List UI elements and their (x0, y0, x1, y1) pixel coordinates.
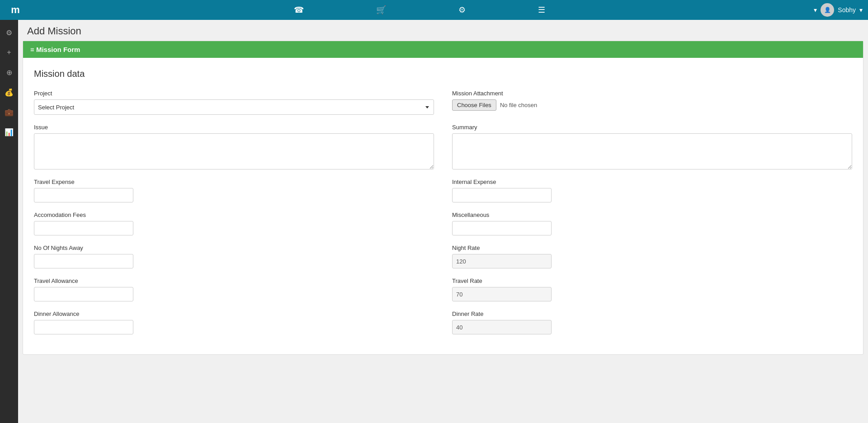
travel-rate-input (452, 287, 552, 301)
project-group: Project Select Project (34, 90, 434, 115)
dinner-allowance-group: Dinner Allowance (34, 310, 434, 334)
form-header-title: ≡ Mission Form (30, 46, 80, 53)
user-name: Sobhy (838, 6, 856, 14)
travel-expense-label: Travel Expense (34, 179, 434, 185)
miscellaneous-group: Miscellaneous (452, 212, 852, 235)
dinner-allowance-input[interactable] (34, 320, 133, 334)
row-travel-internal: Travel Expense Internal Expense (34, 179, 852, 202)
no-of-nights-input[interactable] (34, 254, 133, 268)
app-logo[interactable]: m (5, 4, 25, 16)
form-card-body: Mission data Project Select Project Miss… (23, 58, 863, 354)
sidebar-item-add[interactable]: + (1, 44, 17, 61)
settings-icon[interactable]: ⚙ (458, 5, 466, 15)
accomodation-fees-label: Accomodation Fees (34, 212, 434, 218)
avatar: 👤 (821, 3, 834, 17)
miscellaneous-input[interactable] (452, 221, 552, 235)
internal-expense-group: Internal Expense (452, 179, 852, 202)
dinner-rate-label: Dinner Rate (452, 310, 852, 317)
document-icon[interactable]: ☰ (538, 5, 545, 15)
accomodation-fees-input[interactable] (34, 221, 133, 235)
row-dinner-allowance-rate: Dinner Allowance Dinner Rate (34, 310, 852, 334)
row-nights-nightrate: No Of Nights Away Night Rate (34, 244, 852, 268)
dinner-allowance-label: Dinner Allowance (34, 310, 434, 317)
dinner-rate-input (452, 320, 552, 334)
section-title: Mission data (34, 69, 852, 79)
travel-allowance-input[interactable] (34, 287, 133, 301)
phone-icon[interactable]: ☎ (294, 5, 304, 15)
sidebar-item-money[interactable]: 💰 (1, 84, 17, 100)
nav-icon-group: ☎ 🛒 ⚙ ☰ (25, 5, 814, 15)
page-title: Add Mission (18, 20, 868, 41)
no-file-text: No file chosen (500, 102, 537, 108)
internal-expense-label: Internal Expense (452, 179, 852, 185)
file-input-wrapper: Choose Files No file chosen (452, 99, 852, 111)
travel-expense-group: Travel Expense (34, 179, 434, 202)
user-dropdown-arrow: ▾ (859, 6, 863, 14)
project-select[interactable]: Select Project (34, 99, 434, 115)
travel-allowance-label: Travel Allowance (34, 277, 434, 284)
travel-rate-label: Travel Rate (452, 277, 852, 284)
choose-files-button[interactable]: Choose Files (452, 99, 496, 111)
accomodation-fees-group: Accomodation Fees (34, 212, 434, 235)
summary-label: Summary (452, 124, 852, 131)
main-scroll-area: Add Mission ≡ Mission Form Mission data … (0, 0, 868, 403)
summary-textarea[interactable] (452, 133, 852, 169)
dinner-rate-group: Dinner Rate (452, 310, 852, 334)
issue-group: Issue (34, 124, 434, 169)
night-rate-label: Night Rate (452, 244, 852, 251)
issue-label: Issue (34, 124, 434, 131)
sidebar: ⚙ + ⊕ 💰 💼 📊 (0, 20, 18, 403)
travel-allowance-group: Travel Allowance (34, 277, 434, 301)
main-content: Add Mission ≡ Mission Form Mission data … (18, 20, 868, 355)
form-card-header: ≡ Mission Form (23, 41, 863, 58)
no-of-nights-group: No Of Nights Away (34, 244, 434, 268)
miscellaneous-label: Miscellaneous (452, 212, 852, 218)
top-navigation: m ☎ 🛒 ⚙ ☰ ▾ 👤 Sobhy ▾ (0, 0, 868, 20)
row-project-attachment: Project Select Project Mission Attachmen… (34, 90, 852, 115)
issue-textarea[interactable] (34, 133, 434, 169)
sidebar-item-settings[interactable]: ⚙ (1, 24, 17, 41)
travel-rate-group: Travel Rate (452, 277, 852, 301)
sidebar-item-circle-add[interactable]: ⊕ (1, 64, 17, 80)
row-travel-allowance-rate: Travel Allowance Travel Rate (34, 277, 852, 301)
night-rate-input (452, 254, 552, 268)
cart-icon[interactable]: 🛒 (376, 5, 386, 15)
travel-expense-input[interactable] (34, 188, 133, 202)
internal-expense-input[interactable] (452, 188, 552, 202)
attachment-label: Mission Attachment (452, 90, 852, 97)
project-label: Project (34, 90, 434, 97)
sidebar-item-briefcase[interactable]: 💼 (1, 104, 17, 120)
sidebar-item-chart[interactable]: 📊 (1, 124, 17, 140)
no-of-nights-label: No Of Nights Away (34, 244, 434, 251)
night-rate-group: Night Rate (452, 244, 852, 268)
mission-form-card: ≡ Mission Form Mission data Project Sele… (23, 41, 863, 355)
summary-group: Summary (452, 124, 852, 169)
user-menu[interactable]: ▾ 👤 Sobhy ▾ (814, 3, 863, 17)
dropdown-arrow: ▾ (814, 6, 817, 14)
row-accomodation-misc: Accomodation Fees Miscellaneous (34, 212, 852, 235)
attachment-group: Mission Attachment Choose Files No file … (452, 90, 852, 115)
row-issue-summary: Issue Summary (34, 124, 852, 169)
